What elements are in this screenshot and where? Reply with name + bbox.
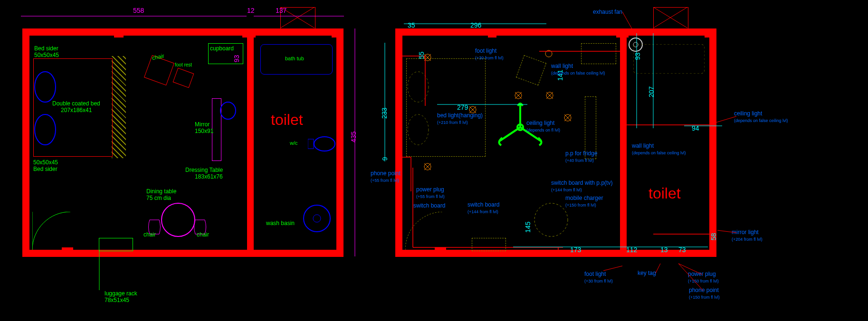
svg-line-62: [622, 12, 637, 37]
mirror-label: Mirror: [195, 121, 210, 128]
svg-point-2: [35, 72, 56, 102]
svg-point-4: [220, 102, 236, 119]
bedsider-top-dim: 50x50x45: [34, 52, 59, 58]
dim-93: 93: [233, 55, 241, 63]
bedsider-top-label: Bed sider: [34, 45, 58, 52]
svg-line-67: [717, 230, 736, 233]
dressing-dim: 183x61x76: [195, 173, 223, 180]
chair2-label: chair: [143, 231, 156, 238]
toilet-label-left: toilet: [271, 111, 303, 129]
dressing-label: Dressing Table: [185, 167, 223, 173]
svg-point-8: [314, 137, 335, 151]
svg-rect-9: [308, 139, 314, 149]
svg-line-64: [656, 264, 660, 273]
cupboard-label: cupboard: [210, 45, 234, 52]
svg-line-63: [603, 266, 622, 271]
svg-point-5: [162, 203, 195, 236]
dining-dim: 75 cm dia: [146, 195, 171, 201]
svg-point-11: [313, 215, 321, 222]
wash-label: wash basin: [266, 220, 295, 227]
bed-label: Double coated bed: [52, 100, 100, 107]
dining-label: Dining table: [146, 188, 176, 195]
floorplan-left: Bed sider 50x50x45 Double coated bed 207…: [22, 28, 343, 257]
footrest-label: foot rest: [175, 62, 192, 68]
dim-558: 558: [133, 7, 144, 15]
luggage-label: luggage rack: [105, 290, 137, 297]
bathtub-label: bath tub: [285, 56, 304, 62]
mirror-dim: 150x91: [195, 128, 213, 134]
dim-137: 137: [276, 7, 286, 15]
wc-label: w/c: [290, 140, 298, 146]
luggage-dim: 78x51x45: [105, 297, 129, 303]
bedsider-bot-dim: 50x50x45: [33, 159, 58, 166]
bed-dim: 207x186x41: [61, 107, 92, 113]
svg-point-10: [304, 205, 330, 232]
svg-point-3: [35, 114, 56, 145]
dim-12: 12: [247, 7, 255, 15]
svg-line-68: [713, 116, 736, 123]
svg-line-66: [678, 264, 703, 291]
bedsider-bot-label: Bed sider: [33, 166, 57, 172]
svg-line-65: [678, 264, 702, 274]
chair3-label: chair: [197, 231, 209, 238]
